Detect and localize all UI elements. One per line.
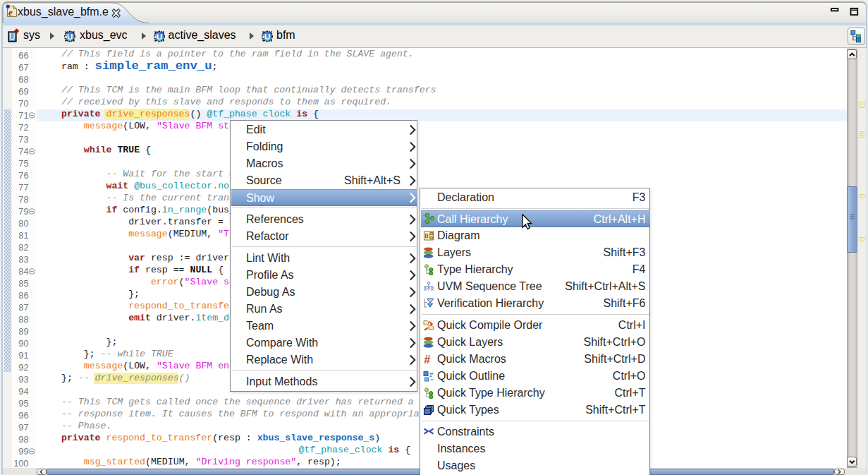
svg-text:U: U: [157, 32, 162, 41]
svg-text:#: #: [424, 354, 431, 365]
svg-text:U: U: [264, 32, 270, 41]
svg-text:e: e: [8, 7, 13, 18]
svg-text:U: U: [67, 32, 73, 41]
